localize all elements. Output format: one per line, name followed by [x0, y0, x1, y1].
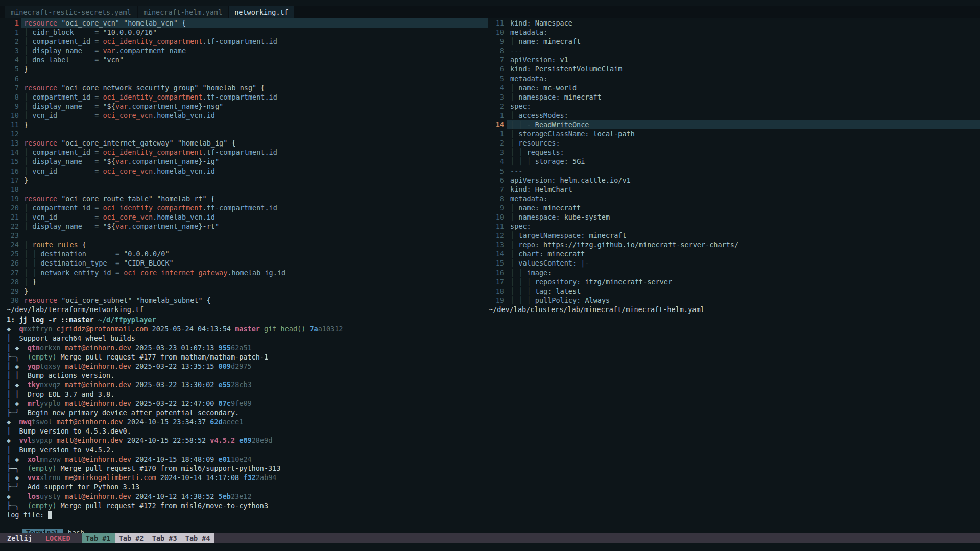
code-line[interactable]: 15│ valuesContent: |- — [488, 258, 980, 268]
code-line[interactable]: 22│ display_name = "${var.compartment_na… — [0, 222, 488, 231]
code-line[interactable]: 5--- — [488, 166, 980, 176]
editor-pane-networking-tf[interactable]: 1resource "oci_core_vcn" "homelab_vcn" {… — [0, 18, 488, 305]
editor-bufferline: minecraft-restic-secrets.yaml minecraft-… — [0, 6, 980, 18]
code-line[interactable]: 8--- — [488, 46, 980, 55]
terminal-line: │ │ Drop EOL 3.7 and 3.8. — [7, 390, 980, 399]
code-line[interactable]: 14│ compartment_id = oci_identity_compar… — [0, 148, 488, 157]
zellij-tab-1[interactable]: Tab #1 — [82, 533, 115, 543]
code-line[interactable]: 27│ │ network_entity_id = oci_core_inter… — [0, 268, 488, 277]
terminal-line: │ ◆ tkynxvqz matt@einhorn.dev 2025-03-22… — [7, 380, 980, 389]
code-line[interactable]: 4│ name: mc-world — [488, 83, 980, 92]
buffer-tab-minecraft-restic-secrets[interactable]: minecraft-restic-secrets.yaml — [5, 6, 137, 18]
terminal-line: ◆ mwqtswol matt@einhorn.dev 2024-10-15 2… — [7, 417, 980, 426]
code-line[interactable]: 3│ │ requests: — [488, 148, 980, 157]
code-line[interactable]: 1│ accessModes: — [488, 111, 980, 120]
zellij-tab-4[interactable]: Tab #4 — [181, 533, 214, 543]
code-line[interactable]: 24│ route_rules { — [0, 240, 488, 249]
code-line[interactable]: 11kind: Namespace — [488, 18, 980, 28]
statusline-path-left: ~/dev/lab/terraform/networking.tf — [7, 305, 144, 314]
code-line[interactable]: 14│ chart: minecraft — [488, 249, 980, 258]
zellij-tab-2[interactable]: Tab #2 — [115, 533, 148, 543]
code-line[interactable]: 10metadata: — [488, 28, 980, 37]
zellij-status-bar: Zellij LOCKED Tab #1 Tab #2 Tab #3 Tab #… — [0, 533, 980, 543]
terminal-line: 1: jj log -r ::master ~/d/ffpyplayer — [7, 315, 980, 324]
code-line[interactable]: 11spec: — [488, 222, 980, 231]
terminal-line: │ ◆ vvxxlrnu me@mirkogalimberti.com 2024… — [7, 473, 980, 482]
buffer-tab-networking-tf[interactable]: networking.tf — [229, 6, 294, 18]
code-line[interactable]: 3│ namespace: minecraft — [488, 92, 980, 102]
code-line[interactable]: 12│ targetNamespace: minecraft — [488, 231, 980, 240]
code-line[interactable]: 25│ │ destination = "0.0.0.0/0" — [0, 249, 488, 258]
code-line[interactable]: 6 — [0, 74, 488, 83]
code-line[interactable]: 3│ display_name = var.compartment_name — [0, 46, 488, 55]
code-line[interactable]: 10│ vcn_id = oci_core_vcn.homelab_vcn.id — [0, 111, 488, 120]
code-line[interactable]: 5metadata: — [488, 74, 980, 83]
code-line[interactable]: 13resource "oci_core_internet_gateway" "… — [0, 138, 488, 148]
zellij-tab-3[interactable]: Tab #3 — [148, 533, 181, 543]
terminal-line: │ │ Bump actions version. — [7, 371, 980, 380]
code-line[interactable]: 16│ vcn_id = oci_core_vcn.homelab_vcn.id — [0, 166, 488, 176]
code-line[interactable]: 21│ vcn_id = oci_core_vcn.homelab_vcn.id — [0, 212, 488, 222]
code-line[interactable]: 4│ dns_label = "vcn" — [0, 55, 488, 64]
code-line[interactable]: 15│ display_name = "${var.compartment_na… — [0, 157, 488, 166]
code-line[interactable]: 28│ } — [0, 277, 488, 286]
code-line[interactable]: 19│ │ │ pullPolicy: Always — [488, 296, 980, 305]
code-line[interactable]: 26│ │ destination_type = "CIDR_BLOCK" — [0, 258, 488, 268]
terminal-line: ◆ losuysty matt@einhorn.dev 2024-10-12 1… — [7, 492, 980, 501]
buffer-tab-minecraft-helm[interactable]: minecraft-helm.yaml — [138, 6, 228, 18]
code-line[interactable]: 12 — [0, 129, 488, 138]
code-line[interactable]: 29} — [0, 286, 488, 296]
code-line[interactable]: 2│ resources: — [488, 138, 980, 148]
terminal-line: │ Bump version to 4.5.3.dev0. — [7, 426, 980, 436]
code-line[interactable]: 9│ name: minecraft — [488, 37, 980, 46]
code-line[interactable]: 2spec: — [488, 102, 980, 111]
code-line[interactable]: 1│ storageClassName: local-path — [488, 129, 980, 138]
terminal-line: ├─╮ (empty) Merge pull request #177 from… — [7, 352, 980, 362]
code-line[interactable]: 9│ name: minecraft — [488, 203, 980, 212]
code-line[interactable]: 6kind: PersistentVolumeClaim — [488, 64, 980, 74]
terminal-line: ├─╮ (empty) Merge pull request #172 from… — [7, 501, 980, 510]
code-line[interactable]: 17│ │ │ repository: itzg/minecraft-serve… — [488, 277, 980, 286]
terminal-line: │ ◆ xolmnzvw matt@einhorn.dev 2024-10-15… — [7, 454, 980, 464]
code-line[interactable]: 16│ │ image: — [488, 268, 980, 277]
code-line[interactable]: 4│ │ │ storage: 5Gi — [488, 157, 980, 166]
terminal-pane-jj-log[interactable]: 1: jj log -r ::master ~/d/ffpyplayer◆ qm… — [0, 315, 980, 520]
code-line[interactable]: 17} — [0, 176, 488, 185]
code-line[interactable]: 8│ compartment_id = oci_identity_compart… — [0, 92, 488, 102]
code-line[interactable]: 7apiVersion: v1 — [488, 55, 980, 64]
terminal-line: │ ◆ qtnorkxn matt@einhorn.dev 2025-03-23… — [7, 343, 980, 352]
code-line[interactable]: 30resource "oci_core_subnet" "homelab_su… — [0, 296, 488, 305]
code-line[interactable]: 13│ repo: https://itzg.github.io/minecra… — [488, 240, 980, 249]
editor-pane-minecraft-helm-yaml[interactable]: 11kind: Namespace10metadata:9│ name: min… — [488, 18, 980, 305]
code-line[interactable]: 18 — [0, 185, 488, 194]
terminal-line: ◆ qmxttryn cjriddz@protonmail.com 2025-0… — [7, 324, 980, 333]
zellij-session: minecraft-restic-secrets.yaml minecraft-… — [0, 0, 980, 551]
zellij-mode-indicator-locked: LOCKED — [45, 533, 70, 543]
code-line[interactable]: 7resource "oci_core_network_security_gro… — [0, 83, 488, 92]
code-line[interactable]: 8metadata: — [488, 194, 980, 203]
code-line[interactable]: 11} — [0, 120, 488, 129]
code-line[interactable]: 23 — [0, 231, 488, 240]
code-line[interactable]: 19resource "oci_core_route_table" "homel… — [0, 194, 488, 203]
terminal-line: │ Support aarch64 wheel builds — [7, 333, 980, 343]
code-line[interactable]: 1│ cidr_block = "10.0.0.0/16" — [0, 28, 488, 37]
code-line[interactable]: 6apiVersion: helm.cattle.io/v1 — [488, 176, 980, 185]
terminal-line: ├─╮ (empty) Merge pull request #170 from… — [7, 464, 980, 473]
terminal-line: ├─╯ Begin new primary device after poten… — [7, 408, 980, 417]
code-line[interactable]: 10│ namespace: kube-system — [488, 212, 980, 222]
terminal-line: ├─╯ Add support for Python 3.13 — [7, 482, 980, 491]
terminal-line: │ ◆ yqptqxsy matt@einhorn.dev 2025-03-22… — [7, 362, 980, 371]
zellij-logo-text: Zellij — [7, 533, 32, 543]
terminal-statusbar: Terminal bash — [5, 517, 84, 528]
code-line[interactable]: 7kind: HelmChart — [488, 185, 980, 194]
code-line[interactable]: 14│ │ - ReadWriteOnce — [488, 120, 980, 129]
code-line[interactable]: 5} — [0, 64, 488, 74]
code-line[interactable]: 20│ compartment_id = oci_identity_compar… — [0, 203, 488, 212]
code-line[interactable]: 18│ │ │ tag: latest — [488, 286, 980, 296]
terminal-line: │ Bump version to v4.5.2. — [7, 445, 980, 454]
terminal-line: ◆ vvlsvpxp matt@einhorn.dev 2024-10-15 2… — [7, 436, 980, 445]
code-line[interactable]: 9│ display_name = "${var.compartment_nam… — [0, 102, 488, 111]
code-line[interactable]: 1resource "oci_core_vcn" "homelab_vcn" { — [0, 18, 488, 28]
terminal-line: │ ◆ mrlyvplo matt@einhorn.dev 2025-03-22… — [7, 399, 980, 408]
code-line[interactable]: 2│ compartment_id = oci_identity_compart… — [0, 37, 488, 46]
